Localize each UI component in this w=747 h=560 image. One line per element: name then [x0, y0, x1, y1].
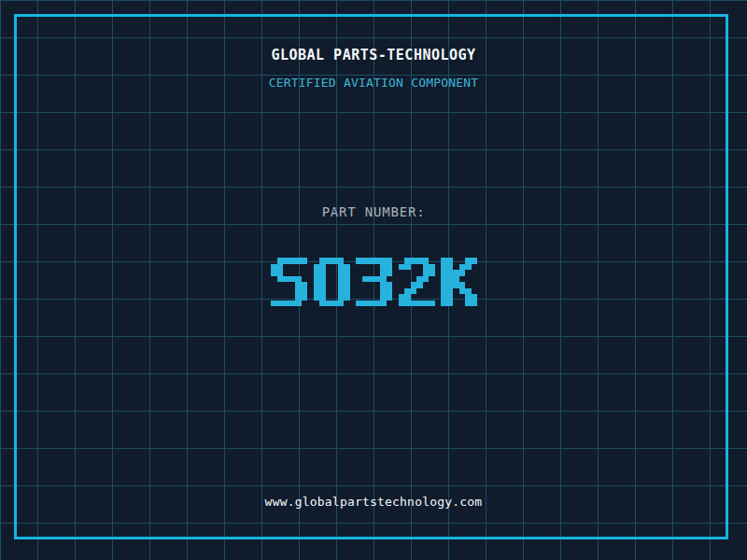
part-number-display [0, 258, 747, 306]
part-label-page: GLOBAL PARTS-TECHNOLOGY CERTIFIED AVIATI… [0, 0, 747, 560]
certification-subtitle: CERTIFIED AVIATION COMPONENT [0, 76, 747, 90]
part-number-label: PART NUMBER: [0, 204, 747, 219]
company-title: GLOBAL PARTS-TECHNOLOGY [0, 47, 747, 63]
website-url: www.globalpartstechnology.com [0, 495, 747, 509]
